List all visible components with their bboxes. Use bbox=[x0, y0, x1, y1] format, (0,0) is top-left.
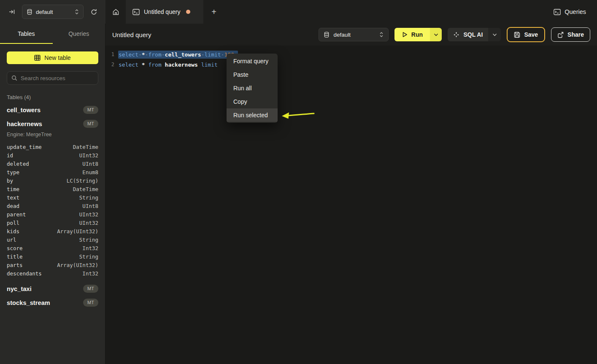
table-row-nyc-taxi[interactable]: nyc_taxi MT bbox=[0, 282, 105, 296]
save-button[interactable]: Save bbox=[507, 27, 545, 42]
column-type: Enum8 bbox=[82, 169, 98, 175]
column-name: update_time bbox=[7, 144, 42, 150]
search-input[interactable] bbox=[21, 75, 94, 81]
column-name: url bbox=[7, 237, 16, 243]
code-line-2[interactable]: 2select * from hackernews limit bbox=[105, 59, 597, 70]
sparkle-icon bbox=[453, 32, 459, 38]
share-button[interactable]: Share bbox=[551, 27, 590, 42]
column-type: Array(UInt32) bbox=[57, 262, 98, 268]
column-type: String bbox=[79, 237, 98, 243]
app-root: { "colors": { "accent_yellow": "#f5f552"… bbox=[0, 0, 597, 364]
engine-badge: MT bbox=[83, 120, 98, 128]
run-split-button: Run bbox=[394, 28, 442, 41]
menu-item-run-selected[interactable]: Run selected bbox=[227, 108, 278, 122]
code-line-1[interactable]: 1select·*·from·cell_towers·limit·100· bbox=[105, 49, 597, 59]
context-menu: Format queryPasteRun allCopyRun selected bbox=[227, 54, 278, 123]
column-row-score: scoreInt32 bbox=[7, 244, 98, 252]
home-tab[interactable] bbox=[105, 0, 126, 24]
top-bar: default bbox=[0, 0, 597, 24]
query-header: Untitled query default bbox=[105, 24, 597, 46]
share-icon bbox=[557, 32, 564, 38]
sql-editor[interactable]: 1select·*·from·cell_towers·limit·100·2se… bbox=[105, 46, 597, 364]
save-button-label: Save bbox=[524, 31, 538, 38]
share-button-label: Share bbox=[567, 31, 584, 38]
column-name: poll bbox=[7, 220, 19, 226]
terminal-icon bbox=[132, 9, 140, 15]
sql-ai-split-button: SQL AI bbox=[448, 28, 501, 41]
code-content: select·*·from·cell_towers·limit·100· bbox=[118, 51, 238, 59]
run-button-label: Run bbox=[411, 31, 423, 38]
table-grid-icon bbox=[34, 55, 41, 61]
query-toolbar: default Run bbox=[319, 27, 590, 42]
column-type: UInt32 bbox=[79, 220, 98, 226]
queries-button-label: Queries bbox=[565, 8, 586, 15]
column-row-update_time: update_timeDateTime bbox=[7, 143, 98, 151]
table-name: stocks_stream bbox=[7, 299, 50, 306]
sidebar-tab-queries[interactable]: Queries bbox=[53, 24, 105, 44]
refresh-button[interactable] bbox=[88, 6, 100, 18]
table-row-cell-towers[interactable]: cell_towers MT bbox=[0, 103, 105, 117]
column-row-parts: partsArray(UInt32) bbox=[7, 261, 98, 269]
engine-badge: MT bbox=[83, 285, 98, 293]
column-type: UInt8 bbox=[82, 203, 98, 209]
column-type: UInt8 bbox=[82, 161, 98, 167]
table-row-stocks-stream[interactable]: stocks_stream MT bbox=[0, 296, 105, 310]
engine-badge: MT bbox=[83, 106, 98, 114]
refresh-icon bbox=[90, 8, 97, 16]
sidebar-database-select-value: default bbox=[36, 9, 71, 15]
column-name: parts bbox=[7, 262, 23, 268]
save-icon bbox=[514, 32, 520, 38]
new-tab-button[interactable]: + bbox=[203, 0, 224, 24]
engine-info: Engine: MergeTree bbox=[0, 131, 105, 140]
search-icon bbox=[11, 75, 17, 81]
code-lines: 1select·*·from·cell_towers·limit·100·2se… bbox=[105, 49, 597, 70]
sidebar: Tables Queries New table Tables (4) cell… bbox=[0, 24, 105, 364]
sidebar-database-select[interactable]: default bbox=[22, 5, 84, 19]
tab-untitled-query[interactable]: Untitled query bbox=[126, 0, 203, 24]
menu-item-copy[interactable]: Copy bbox=[227, 95, 278, 108]
queries-button[interactable]: Queries bbox=[554, 0, 597, 24]
sidebar-tab-tables[interactable]: Tables bbox=[0, 24, 53, 44]
select-updown-icon bbox=[379, 32, 384, 38]
page-title: Untitled query bbox=[112, 31, 151, 38]
run-options-caret[interactable] bbox=[430, 28, 442, 41]
column-name: kids bbox=[7, 228, 19, 235]
top-bar-left: default bbox=[0, 0, 105, 24]
run-button[interactable]: Run bbox=[394, 28, 430, 41]
menu-item-run-all[interactable]: Run all bbox=[227, 81, 278, 95]
column-row-id: idUInt32 bbox=[7, 151, 98, 159]
collapse-sidebar-button[interactable] bbox=[6, 6, 18, 18]
column-type: String bbox=[79, 253, 98, 260]
database-select[interactable]: default bbox=[319, 28, 389, 41]
column-row-by: byLC(String) bbox=[7, 176, 98, 185]
code-content: select * from hackernews limit bbox=[118, 61, 222, 69]
column-name: dead bbox=[7, 203, 19, 209]
column-name: type bbox=[7, 169, 19, 175]
column-row-parent: parentUInt32 bbox=[7, 210, 98, 218]
table-row-hackernews[interactable]: hackernews MT bbox=[0, 117, 105, 131]
column-type: Int32 bbox=[82, 270, 98, 277]
terminal-icon bbox=[554, 9, 561, 15]
column-row-dead: deadUInt8 bbox=[7, 202, 98, 210]
sql-ai-caret[interactable] bbox=[488, 28, 501, 41]
column-name: by bbox=[7, 178, 13, 184]
new-table-button[interactable]: New table bbox=[7, 51, 98, 64]
column-name: score bbox=[7, 245, 23, 251]
home-icon bbox=[112, 8, 119, 16]
table-name: cell_towers bbox=[7, 107, 41, 113]
column-type: UInt32 bbox=[79, 152, 98, 159]
menu-item-paste[interactable]: Paste bbox=[227, 68, 278, 81]
tab-label: Untitled query bbox=[144, 8, 180, 15]
line-number: 2 bbox=[105, 62, 118, 67]
column-name: text bbox=[7, 194, 19, 201]
column-row-poll: pollUInt32 bbox=[7, 218, 98, 227]
column-row-url: urlString bbox=[7, 235, 98, 244]
column-type: DateTime bbox=[73, 186, 98, 192]
menu-item-format-query[interactable]: Format query bbox=[227, 54, 278, 68]
table-name: hackernews bbox=[7, 121, 42, 127]
sql-ai-button[interactable]: SQL AI bbox=[448, 28, 488, 41]
database-select-value: default bbox=[333, 32, 375, 38]
column-name: id bbox=[7, 152, 13, 159]
new-table-label: New table bbox=[44, 54, 70, 61]
column-type: Int32 bbox=[82, 245, 98, 251]
